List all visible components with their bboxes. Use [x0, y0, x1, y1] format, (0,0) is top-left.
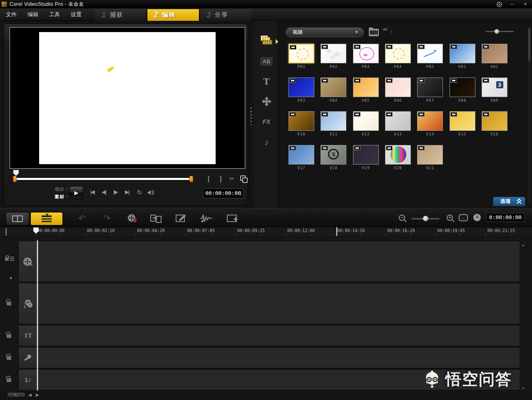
library-item-V01[interactable]: V01 [449, 44, 477, 69]
overlay-track-lock-icon[interactable] [7, 302, 11, 305]
library-item-V15[interactable]: V15 [449, 111, 477, 136]
library-item-P03[interactable]: P03 [353, 44, 380, 69]
title-track[interactable] [37, 325, 520, 346]
track-manager-button[interactable] [6, 228, 17, 235]
timeline-timecode[interactable]: 0:00:00:00 [486, 213, 525, 222]
overlay-track-header[interactable]: 1 [18, 283, 37, 324]
library-item-V04[interactable]: V04 [320, 78, 348, 102]
chapter-point-button[interactable] [20, 228, 31, 235]
library-item-V03[interactable]: V03 [288, 78, 316, 102]
end-button[interactable]: ▶| [122, 189, 132, 195]
menu-item[interactable]: 编辑 [26, 10, 40, 19]
record-capture-button[interactable] [125, 212, 139, 225]
trim-handle-left[interactable] [13, 176, 17, 182]
library-scrollbar[interactable] [528, 27, 531, 203]
library-item-V20[interactable]: V20 [385, 145, 412, 170]
undo-button[interactable]: ↶ [75, 212, 89, 225]
timeline-zoom-knob[interactable] [423, 216, 428, 221]
music-track-header[interactable]: 1♪ [18, 369, 37, 390]
mark-out-button[interactable]: ] [216, 175, 225, 182]
play-button[interactable]: ▶ [70, 186, 83, 199]
scroll-up-button[interactable]: ▲ [521, 243, 525, 247]
video-track[interactable] [37, 241, 520, 282]
scroll-left-button[interactable]: ◀ [28, 392, 32, 397]
instant-project-button[interactable] [226, 212, 240, 225]
scroll-right-button[interactable]: ▶ [36, 392, 39, 397]
timeline-zoom-slider[interactable] [411, 218, 440, 220]
collapse-track-icon[interactable]: ▼ [9, 276, 13, 280]
voice-track[interactable] [37, 347, 520, 368]
auto-music-button[interactable] [199, 212, 213, 225]
library-item-P05[interactable]: P05 [417, 44, 444, 69]
library-item-V08[interactable]: V08 [449, 78, 477, 102]
menu-item[interactable]: 文件 [4, 10, 18, 19]
library-item-P01[interactable]: P01 [288, 44, 316, 69]
library-item-V12[interactable]: V12 [353, 111, 380, 136]
mode-project-label[interactable]: 项目 [55, 186, 65, 192]
library-item-V10[interactable]: V10 [288, 111, 316, 136]
library-item-P02[interactable]: P02 [320, 44, 348, 69]
video-track-header[interactable] [18, 241, 37, 282]
add-track-button[interactable]: +↓ [7, 392, 26, 398]
library-item-V21[interactable]: V21 [417, 145, 444, 170]
step-tab-capture[interactable]: 1捕获 [95, 9, 147, 21]
timeline-zoom-in-button[interactable]: + [447, 215, 453, 221]
preview-timecode[interactable]: 00:00:00:00 [203, 188, 244, 198]
batch-convert-button[interactable] [149, 212, 163, 225]
options-button[interactable]: 选项 [493, 197, 525, 206]
panel-divider-handle[interactable] [251, 108, 252, 125]
voice-track-header[interactable] [18, 347, 37, 368]
library-item-V18[interactable]: 5V18 [320, 145, 348, 170]
next-frame-button[interactable]: |▶ [110, 189, 120, 195]
library-item-V05[interactable]: V05 [353, 78, 380, 102]
timecode-spinner[interactable]: ▴▾ [238, 189, 243, 198]
preview-playhead-marker[interactable] [13, 170, 19, 176]
timeline-view-button[interactable] [30, 212, 63, 225]
storyboard-view-button[interactable] [6, 212, 29, 225]
library-item-V13[interactable]: V13 [385, 111, 412, 136]
home-button[interactable]: |◀ [87, 189, 97, 195]
library-item-V19[interactable]: V19 [353, 145, 380, 170]
close-button[interactable]: × [522, 0, 529, 8]
library-item-V16[interactable]: V16 [481, 111, 509, 136]
overlay-track[interactable] [37, 283, 520, 324]
track-lock-all-button[interactable] [5, 256, 14, 262]
mode-clip-label[interactable]: 素材 [55, 194, 65, 200]
library-item-V11[interactable]: V11 [320, 111, 348, 136]
library-scroll-thumb[interactable] [528, 28, 530, 61]
painting-creator-button[interactable] [174, 212, 188, 225]
menu-item[interactable]: 工具 [47, 10, 62, 19]
voice-track-lock-icon[interactable] [7, 356, 11, 360]
repeat-button[interactable]: ↻ [134, 189, 144, 196]
volume-button[interactable] [146, 190, 156, 197]
menu-item[interactable]: 设置 [69, 10, 83, 19]
trim-handle-right[interactable] [189, 176, 193, 182]
video-clip-badge-icon [354, 146, 360, 150]
redo-button[interactable]: ↷ [100, 212, 114, 225]
mark-in-button[interactable]: [ [204, 175, 213, 182]
step-tab-share[interactable]: 3分享 [200, 9, 251, 21]
split-clip-button[interactable]: ✂ [228, 175, 236, 182]
settings-icon[interactable] [497, 2, 502, 7]
watermark-logo-icon [422, 369, 442, 389]
prev-frame-button[interactable]: ◀| [99, 189, 109, 195]
enlarge-button[interactable] [240, 175, 246, 181]
library-item-P04[interactable]: P04 [385, 44, 412, 69]
library-item-V17[interactable]: V17 [288, 145, 316, 170]
library-item-V07[interactable]: V07 [417, 78, 444, 102]
title-track-lock-icon[interactable] [7, 334, 11, 338]
library-item-V06[interactable]: V06 [385, 78, 412, 102]
timeline-zoom-out-button[interactable]: − [399, 215, 405, 221]
step-tab-edit[interactable]: 2编辑 [147, 9, 199, 21]
timeline-ruler[interactable]: 00:00:00:0000:00:02:1000:00:04:2000:00:0… [36, 227, 520, 236]
title-track-header[interactable]: 1T [18, 325, 37, 346]
minimize-button[interactable]: – [509, 0, 515, 8]
thumbnail-mark: 5 [328, 149, 339, 160]
library-item-V02[interactable]: V02 [481, 44, 509, 69]
timeline-playhead-line[interactable] [37, 240, 38, 390]
music-track-lock-icon[interactable] [7, 378, 11, 382]
library-item-V09[interactable]: 3V09 [481, 78, 509, 102]
scrub-track[interactable] [15, 178, 192, 180]
library-item-V14[interactable]: V14 [417, 111, 444, 136]
fit-timeline-button[interactable]: ↔ [459, 214, 468, 221]
